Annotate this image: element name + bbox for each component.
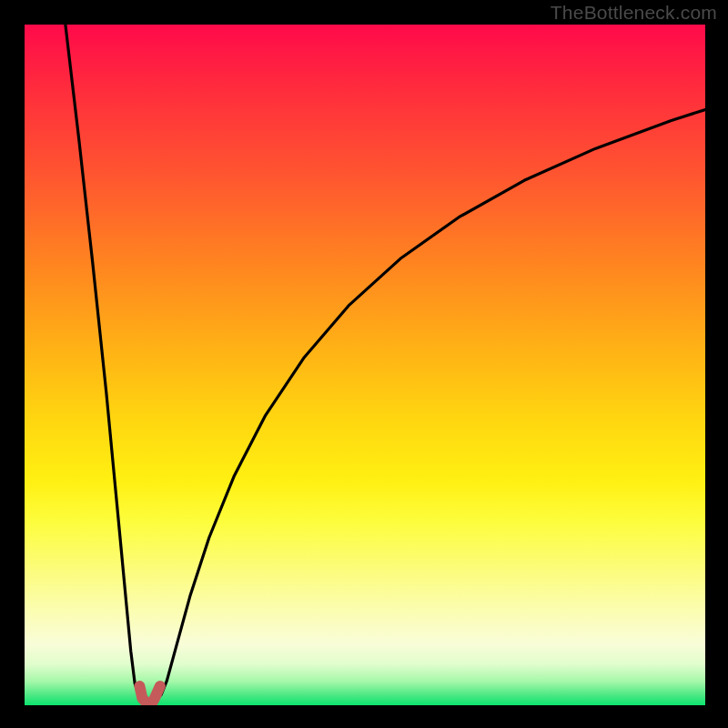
curve-right-branch	[157, 110, 705, 699]
chart-frame: TheBottleneck.com	[0, 0, 728, 728]
watermark-text: TheBottleneck.com	[551, 2, 717, 24]
valley-marker	[139, 686, 159, 703]
curve-left-branch	[66, 25, 143, 699]
plot-area	[25, 25, 705, 705]
curve-layer	[25, 25, 705, 705]
